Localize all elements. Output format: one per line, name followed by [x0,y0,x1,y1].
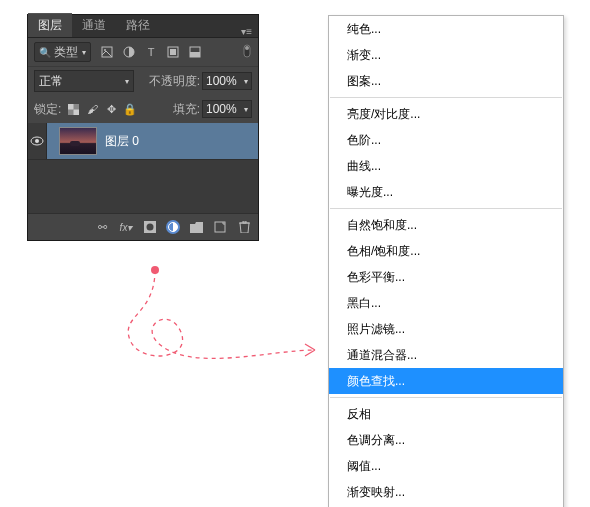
tab-paths[interactable]: 路径 [116,14,160,37]
menu-item[interactable]: 色相/饱和度... [329,238,563,264]
tab-channels[interactable]: 通道 [72,14,116,37]
svg-rect-11 [73,109,79,115]
layers-list: 图层 0 [28,123,258,213]
blend-mode-select[interactable]: 正常 ▾ [34,70,134,92]
type-filter-icon[interactable]: T [143,44,159,60]
svg-rect-10 [68,104,74,110]
lock-all-icon[interactable]: 🔒 [123,102,137,116]
panel-tabs: 图层 通道 路径 ▾≡ [28,15,258,38]
chevron-down-icon: ▾ [125,77,129,86]
chevron-down-icon: ▾ [82,48,86,57]
smart-filter-icon[interactable] [187,44,203,60]
fill-label: 填充: [173,101,200,118]
filter-toggle[interactable] [242,44,252,61]
image-filter-icon[interactable] [99,44,115,60]
menu-item[interactable]: 色彩平衡... [329,264,563,290]
menu-item[interactable]: 曲线... [329,153,563,179]
adjustment-context-menu: 纯色...渐变...图案...亮度/对比度...色阶...曲线...曝光度...… [328,15,564,507]
svg-rect-6 [190,52,200,57]
menu-item[interactable]: 颜色查找... [329,368,563,394]
visibility-toggle[interactable] [28,123,47,159]
new-layer-icon[interactable] [212,219,228,235]
opacity-input[interactable]: 100% ▾ [202,72,252,90]
mask-icon[interactable] [142,219,158,235]
lock-label: 锁定: [34,101,61,118]
opacity-label: 不透明度: [149,73,200,90]
link-icon[interactable]: ⚯ [94,219,110,235]
filter-kind-select[interactable]: 🔍 类型 ▾ [34,42,91,62]
menu-item[interactable]: 图案... [329,68,563,94]
svg-point-15 [147,224,154,231]
svg-point-8 [245,46,249,50]
filter-row: 🔍 类型 ▾ T [28,38,258,67]
shape-filter-icon[interactable] [165,44,181,60]
layer-row[interactable]: 图层 0 [28,123,258,160]
menu-item[interactable]: 通道混合器... [329,342,563,368]
menu-item[interactable]: 色调分离... [329,427,563,453]
trash-icon[interactable] [236,219,252,235]
group-icon[interactable] [188,219,204,235]
annotation-arrow [100,255,330,375]
menu-separator [330,208,562,209]
blend-row: 正常 ▾ 不透明度: 100% ▾ [28,67,258,95]
chevron-down-icon: ▾ [244,105,248,114]
fill-input[interactable]: 100% ▾ [202,100,252,118]
layer-name[interactable]: 图层 0 [105,133,139,150]
lock-position-icon[interactable]: ✥ [104,102,118,116]
panel-footer: ⚯ fx▾ [28,213,258,240]
lock-row: 锁定: 🖌 ✥ 🔒 填充: 100% ▾ [28,95,258,123]
adjustment-filter-icon[interactable] [121,44,137,60]
menu-item[interactable]: 亮度/对比度... [329,101,563,127]
layer-thumbnail[interactable] [59,127,97,155]
menu-item[interactable]: 自然饱和度... [329,212,563,238]
menu-item[interactable]: 曝光度... [329,179,563,205]
filter-icons: T [99,44,203,60]
fx-icon[interactable]: fx▾ [118,219,134,235]
filter-kind-label: 类型 [54,44,78,61]
menu-item[interactable]: 反相 [329,401,563,427]
menu-separator [330,97,562,98]
svg-rect-4 [170,49,176,55]
layers-panel: 图层 通道 路径 ▾≡ 🔍 类型 ▾ T 正常 ▾ 不透明度: [27,14,259,241]
opacity-value: 100% [206,74,237,88]
menu-item[interactable]: 纯色... [329,16,563,42]
tab-layers[interactable]: 图层 [28,13,72,37]
menu-item[interactable]: 黑白... [329,290,563,316]
svg-point-13 [35,139,39,143]
menu-separator [330,397,562,398]
menu-item[interactable]: 色阶... [329,127,563,153]
panel-menu-icon[interactable]: ▾≡ [241,26,258,37]
lock-transparent-icon[interactable] [66,102,80,116]
chevron-down-icon: ▾ [244,77,248,86]
menu-item[interactable]: 阈值... [329,453,563,479]
adjustment-layer-icon[interactable] [166,220,180,234]
svg-point-18 [151,266,159,274]
blend-mode-value: 正常 [39,73,63,90]
menu-item[interactable]: 照片滤镜... [329,316,563,342]
menu-item[interactable]: 渐变... [329,42,563,68]
lock-pixels-icon[interactable]: 🖌 [85,102,99,116]
menu-item[interactable]: 渐变映射... [329,479,563,505]
search-icon: 🔍 [39,47,51,58]
fill-value: 100% [206,102,237,116]
